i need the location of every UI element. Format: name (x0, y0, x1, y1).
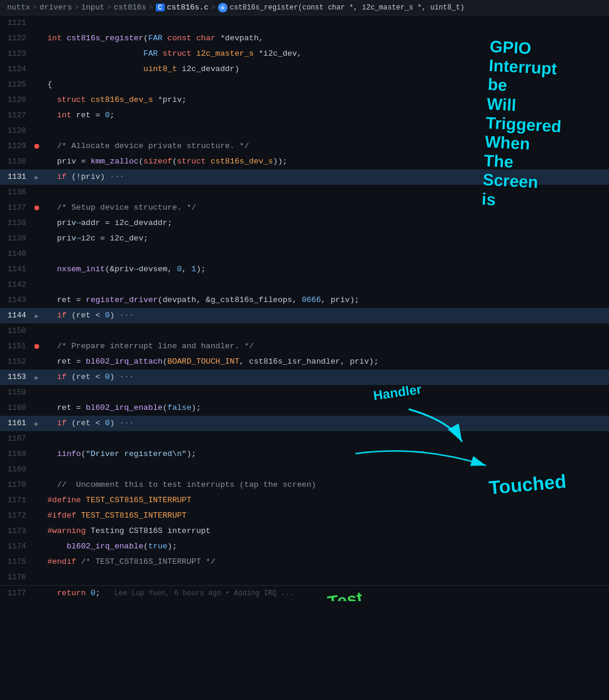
blame-text: Lee Lup Yuen, 6 hours ago • Adding IRQ .… (114, 587, 293, 599)
code-line-1141: 1141 nxsem_init(&priv→devsem, 0, 1); (0, 262, 609, 277)
code-line-1171: 1171 #define TEST_CST816S_INTERRUPT (0, 493, 609, 508)
breadcrumb: nuttx > drivers > input > cst816s > C cs… (0, 0, 609, 15)
c-file-icon: C (156, 4, 165, 11)
function-icon: ⊕ (218, 3, 227, 12)
code-line-1167: 1167 (0, 431, 609, 447)
breadcrumb-nuttx[interactable]: nuttx (7, 3, 30, 12)
code-line-1139: 1139 priv→i2c = i2c_dev; (0, 231, 609, 246)
breakpoint-dot[interactable] (34, 144, 39, 149)
code-line-1153: 1153 ▶ if (ret < 0) ··· (0, 370, 609, 385)
code-line-1130: 1130 priv = kmm_zalloc(sizeof(struct cst… (0, 154, 609, 169)
code-line-1122: 1122 int cst816s_register(FAR const char… (0, 31, 609, 46)
code-line-1177: 1177 return 0; Lee Lup Yuen, 6 hours ago… (0, 585, 609, 601)
breadcrumb-drivers[interactable]: drivers (40, 3, 72, 12)
breadcrumb-file[interactable]: cst816s.c (167, 3, 209, 12)
code-line-1121: 1121 (0, 15, 609, 31)
code-line-1127: 1127 int ret = 0; (0, 108, 609, 123)
collapse-arrow-1131[interactable]: ▶ (35, 174, 39, 181)
code-line-1159: 1159 (0, 385, 609, 400)
code-line-1126: 1126 struct cst816s_dev_s *priv; (0, 92, 609, 108)
code-line-1124: 1124 uint8_t i2c_devaddr) (0, 62, 609, 77)
code-line-1140: 1140 (0, 246, 609, 262)
code-line-1169: 1169 (0, 462, 609, 477)
code-line-1144: 1144 ▶ if (ret < 0) ··· (0, 308, 609, 323)
code-line-1143: 1143 ret = register_driver(devpath, &g_c… (0, 293, 609, 308)
code-line-1129: 1129 /* Allocate device private structur… (0, 139, 609, 154)
code-line-1142: 1142 (0, 277, 609, 293)
code-line-1150: 1150 (0, 323, 609, 339)
code-line-1136: 1136 (0, 185, 609, 200)
breakpoint-dot-1137[interactable] (34, 205, 39, 210)
code-line-1173: 1173 #warning Testing CST816S interrupt (0, 524, 609, 539)
code-container: 1121 1122 int cst816s_register(FAR const… (0, 15, 609, 601)
collapse-arrow-1144[interactable]: ▶ (35, 312, 39, 320)
code-line-1168: 1168 iinfo("Driver registered\n"); (0, 447, 609, 462)
code-line-1170: 1170 // Uncomment this to test interrupt… (0, 477, 609, 493)
breakpoint-dot-1151[interactable] (34, 344, 39, 349)
code-line-1176: 1176 (0, 570, 609, 585)
code-line-1138: 1138 priv→addr = i2c_devaddr; (0, 216, 609, 231)
code-line-1128: 1128 (0, 123, 609, 139)
code-line-1151: 1151 /* Prepare interrupt line and handl… (0, 339, 609, 354)
breadcrumb-function: cst816s_register(const char *, i2c_maste… (230, 4, 464, 12)
breadcrumb-cst816s[interactable]: cst816s (114, 3, 146, 12)
code-line-1172: 1172 #ifdef TEST_CST816S_INTERRUPT (0, 508, 609, 524)
code-line-1174: 1174 bl602_irq_enable(true); (0, 539, 609, 554)
code-line-1160: 1160 ret = bl602_irq_enable(false); (0, 400, 609, 416)
code-line-1125: 1125 { (0, 77, 609, 92)
breadcrumb-input[interactable]: input (81, 3, 104, 12)
collapse-arrow-1161[interactable]: ▶ (35, 420, 39, 428)
code-line-1175: 1175 #endif /* TEST_CST816S_INTERRUPT */ (0, 554, 609, 570)
code-line-1131: 1131 ▶ if (!priv) ··· (0, 169, 609, 185)
code-line-1137: 1137 /* Setup device structure. */ (0, 200, 609, 216)
collapse-arrow-1153[interactable]: ▶ (35, 374, 39, 381)
code-line-1152: 1152 ret = bl602_irq_attach(BOARD_TOUCH_… (0, 354, 609, 370)
code-line-1161: 1161 ▶ if (ret < 0) ··· (0, 416, 609, 431)
code-line-1123: 1123 FAR struct i2c_master_s *i2c_dev, (0, 46, 609, 62)
